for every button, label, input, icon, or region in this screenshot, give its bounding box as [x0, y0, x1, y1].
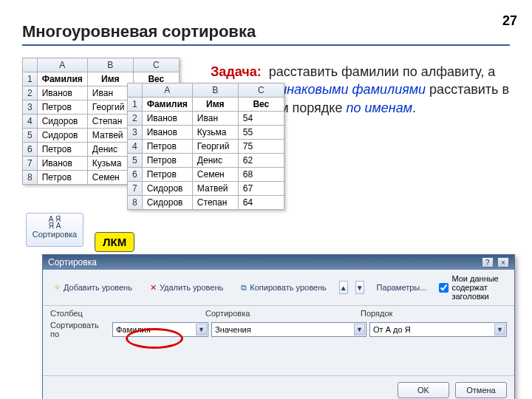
- add-level-label: Добавить уровень: [64, 283, 132, 292]
- has-headers-checkbox[interactable]: Мои данные содержат заголовки: [439, 274, 508, 301]
- chevron-down-icon: ▼: [354, 324, 365, 335]
- lkm-badge: ЛКМ: [95, 232, 134, 252]
- col-B: B: [87, 58, 133, 72]
- cell: Петров: [37, 100, 87, 115]
- cell: 64: [238, 196, 284, 210]
- cell: Иванов: [37, 86, 87, 100]
- column-value: Фамилия: [116, 325, 151, 334]
- cell: 62: [238, 154, 284, 168]
- column-combobox[interactable]: Фамилия ▼: [112, 322, 208, 337]
- col-C: C: [133, 58, 179, 72]
- task-emphasis-2: по именам: [346, 100, 412, 115]
- row-3: 3: [128, 126, 143, 140]
- close-icon[interactable]: ×: [497, 257, 509, 267]
- col-A: A: [142, 83, 192, 98]
- header-surname: Фамилия: [142, 98, 192, 112]
- delete-level-label: Удалить уровень: [160, 283, 223, 292]
- sort-button-label: Сортировка: [27, 230, 83, 239]
- cell: 55: [238, 126, 284, 140]
- cell: Петров: [142, 140, 192, 154]
- sort-icon: А ЯЯ А: [47, 216, 63, 229]
- cell: Сидоров: [37, 115, 87, 129]
- row-1: 1: [128, 98, 143, 112]
- cell: 54: [238, 112, 284, 126]
- row-7: 7: [23, 157, 38, 171]
- dialog-title: Сортировка: [48, 257, 97, 267]
- cancel-button[interactable]: Отмена: [455, 382, 507, 398]
- has-headers-input[interactable]: [439, 283, 449, 293]
- header-surname: Фамилия: [37, 72, 87, 86]
- row-2: 2: [23, 86, 38, 100]
- row-5: 5: [23, 129, 38, 143]
- cell: Петров: [37, 143, 87, 157]
- title-underline: [22, 44, 510, 46]
- dialog-column-headers: Столбец Сортировка Порядок: [43, 306, 514, 318]
- cell: 67: [238, 182, 284, 196]
- row-8: 8: [128, 196, 143, 210]
- chevron-down-icon: ▼: [196, 324, 207, 335]
- cell: Иванов: [142, 126, 192, 140]
- order-combobox[interactable]: От А до Я ▼: [369, 322, 507, 337]
- sort-level-row: Сортировать по Фамилия ▼ Значения ▼ От А…: [43, 318, 514, 346]
- cell: 68: [238, 168, 284, 182]
- dialog-toolbar: ✧Добавить уровень ✕Удалить уровень ⧉Копи…: [43, 270, 514, 306]
- colheader-column: Столбец: [50, 309, 205, 318]
- copy-level-button[interactable]: ⧉Копировать уровень: [236, 281, 332, 295]
- cell: Сидоров: [37, 129, 87, 143]
- delete-icon: ✕: [150, 283, 157, 293]
- col-A: A: [37, 58, 87, 72]
- cell: Петров: [37, 171, 87, 185]
- task-label: Задача:: [211, 64, 262, 79]
- task-part3: .: [412, 100, 416, 115]
- move-up-button[interactable]: ▲: [339, 281, 348, 294]
- cell: Петров: [142, 154, 192, 168]
- cell: Кузьма: [192, 126, 238, 140]
- cell: Матвей: [192, 182, 238, 196]
- colheader-sorton: Сортировка: [205, 309, 361, 318]
- row-4: 4: [23, 115, 38, 129]
- grid-corner: [128, 83, 143, 98]
- cell: Георгий: [192, 140, 238, 154]
- row-6: 6: [23, 143, 38, 157]
- cell: Семен: [192, 168, 238, 182]
- sorton-value: Значения: [215, 325, 251, 334]
- cell: Иванов: [142, 112, 192, 126]
- colheader-order: Порядок: [361, 309, 507, 318]
- cell: Петров: [142, 168, 192, 182]
- page-number: 27: [502, 13, 517, 29]
- add-level-button[interactable]: ✧Добавить уровень: [49, 281, 137, 295]
- dialog-titlebar: Сортировка ? ×: [43, 255, 514, 270]
- cell: 75: [238, 140, 284, 154]
- move-down-button[interactable]: ▼: [355, 281, 364, 294]
- ok-button[interactable]: OK: [398, 382, 449, 398]
- grid-corner: [23, 58, 38, 72]
- sorton-combobox[interactable]: Значения ▼: [211, 322, 366, 337]
- col-C: C: [238, 83, 284, 98]
- chevron-down-icon: ▼: [494, 324, 505, 335]
- page-title: Многоуровневая сортировка: [22, 22, 256, 41]
- row-4: 4: [128, 140, 143, 154]
- sort-dialog: Сортировка ? × ✧Добавить уровень ✕Удалит…: [42, 254, 515, 399]
- row-7: 7: [128, 182, 143, 196]
- cell: Иван: [192, 112, 238, 126]
- delete-level-button[interactable]: ✕Удалить уровень: [145, 281, 228, 295]
- order-value: От А до Я: [373, 325, 411, 334]
- row-1: 1: [23, 72, 38, 86]
- header-weight: Вес: [238, 98, 284, 112]
- sort-ribbon-button[interactable]: А ЯЯ А Сортировка: [26, 213, 83, 247]
- sort-by-label: Сортировать по: [50, 321, 109, 338]
- row-8: 8: [23, 171, 38, 185]
- help-icon[interactable]: ?: [482, 257, 494, 267]
- has-headers-label: Мои данные содержат заголовки: [451, 274, 508, 301]
- col-B: B: [192, 83, 238, 98]
- dialog-footer: OK Отмена: [43, 375, 514, 399]
- cell: Денис: [192, 154, 238, 168]
- header-name: Имя: [192, 98, 238, 112]
- row-5: 5: [128, 154, 143, 168]
- cell: Сидоров: [142, 182, 192, 196]
- cell: Степан: [192, 196, 238, 210]
- add-icon: ✧: [54, 283, 61, 293]
- copy-icon: ⧉: [241, 283, 247, 293]
- params-button[interactable]: Параметры...: [372, 281, 432, 294]
- row-3: 3: [23, 100, 38, 115]
